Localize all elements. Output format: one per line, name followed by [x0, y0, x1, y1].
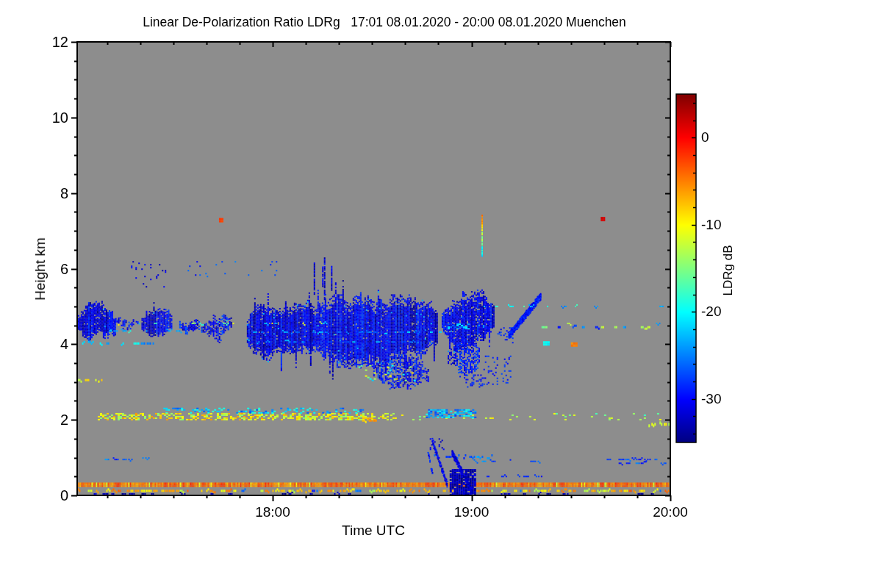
colorbar-label: LDRg dB	[721, 245, 736, 296]
x-tick-label-19:00: 19:00	[431, 504, 512, 520]
colorbar-tick-label-0: 0	[701, 129, 709, 146]
y-tick-label-2: 2	[0, 411, 68, 429]
x-tick-label-20:00: 20:00	[630, 504, 711, 520]
y-tick-label-8: 8	[0, 184, 68, 202]
ldr-time-height-figure: Linear De-Polarization Ratio LDRg 17:01 …	[0, 0, 882, 588]
y-tick-label-6: 6	[0, 260, 68, 278]
y-tick-label-10: 10	[0, 109, 68, 126]
colorbar-tick-label--20: -20	[701, 304, 721, 320]
x-tick-label-18:00: 18:00	[232, 504, 313, 520]
y-tick-label-0: 0	[0, 487, 68, 504]
colorbar-tick-label--10: -10	[701, 217, 721, 233]
x-axis-label: Time UTC	[342, 523, 405, 539]
y-tick-label-4: 4	[0, 335, 68, 353]
y-tick-label-12: 12	[0, 33, 68, 51]
colorbar-tick-label--30: -30	[701, 391, 721, 407]
plot-title: Linear De-Polarization Ratio LDRg 17:01 …	[0, 15, 769, 30]
heatmap-canvas	[0, 0, 882, 588]
